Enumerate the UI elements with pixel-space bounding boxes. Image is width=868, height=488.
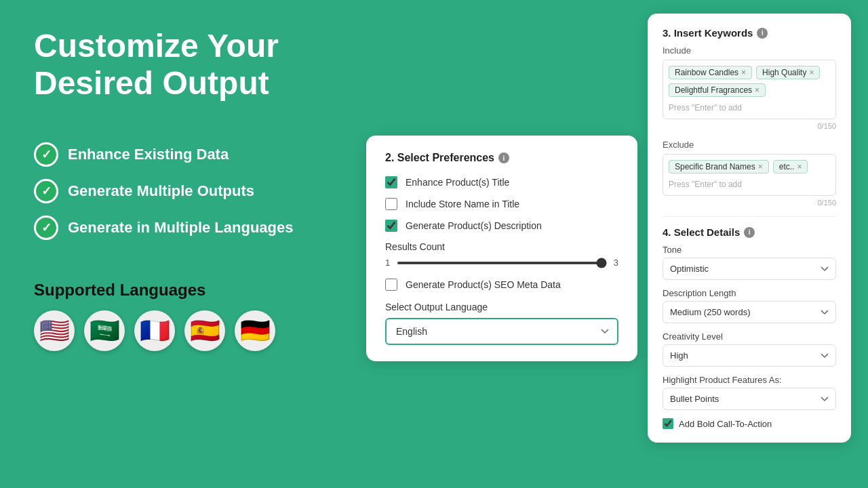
flag-fr: 🇫🇷 xyxy=(134,310,175,351)
generate-desc-checkbox[interactable] xyxy=(385,220,397,232)
main-title: Customize Your Desired Output xyxy=(34,27,332,102)
tone-label: Tone xyxy=(663,245,836,255)
tag-etc: etc.. × xyxy=(773,160,808,174)
flag-es: 🇪🇸 xyxy=(184,310,225,351)
bold-cta-row: Add Bold Call-To-Action xyxy=(663,418,836,429)
tone-select[interactable]: Optimistic Professional Casual Friendly xyxy=(663,258,836,280)
feature-list: Enhance Existing Data Generate Multiple … xyxy=(34,142,332,240)
creativity-row: Creativity Level Low Medium High xyxy=(663,331,836,367)
tag-etc-remove[interactable]: × xyxy=(797,162,802,171)
slider-min: 1 xyxy=(385,258,390,268)
include-label: Include xyxy=(663,45,836,56)
flag-sa: 🇸🇦 xyxy=(84,310,125,351)
flag-us: 🇺🇸 xyxy=(34,310,75,351)
exclude-label: Exclude xyxy=(663,140,836,150)
results-count-section: Results Count 1 3 xyxy=(385,241,618,268)
include-tag-input[interactable]: Rainbow Candles × High Quality × Delight… xyxy=(663,60,836,119)
checkbox-store-name: Include Store Name in Title xyxy=(385,198,618,210)
creativity-label: Creativity Level xyxy=(663,331,836,342)
output-language-label: Select Output Language xyxy=(385,302,618,312)
middle-info-icon: i xyxy=(498,152,509,163)
tag-rainbow-candles: Rainbow Candles × xyxy=(669,66,752,79)
check-icon-2 xyxy=(34,179,58,203)
exclude-tags-row: Specific Brand Names × etc.. × xyxy=(669,160,830,174)
language-select[interactable]: English Arabic French Spanish German xyxy=(385,318,618,345)
tag-high-quality: High Quality × xyxy=(756,66,820,79)
seo-meta-checkbox[interactable] xyxy=(385,279,397,291)
feature-text-2: Generate Multiple Outputs xyxy=(68,182,254,200)
highlight-row: Highlight Product Features As: Bullet Po… xyxy=(663,375,836,410)
keywords-section-title: 3. Insert Keywords i xyxy=(663,27,836,39)
bold-cta-label[interactable]: Add Bold Call-To-Action xyxy=(679,419,772,429)
results-count-slider[interactable] xyxy=(397,262,607,264)
highlight-select[interactable]: Bullet Points Numbered List Paragraph xyxy=(663,388,836,410)
right-panel: 3. Insert Keywords i Include Rainbow Can… xyxy=(648,14,851,443)
slider-row: 1 3 xyxy=(385,258,618,268)
tag-delightful-fragrances: Delightful Fragrances × xyxy=(669,83,766,97)
results-count-label: Results Count xyxy=(385,241,618,252)
tag-specific-brand-names: Specific Brand Names × xyxy=(669,160,769,174)
flag-de: 🇩🇪 xyxy=(235,310,275,351)
flag-row: 🇺🇸 🇸🇦 🇫🇷 🇪🇸 🇩🇪 xyxy=(34,310,332,351)
highlight-label: Highlight Product Features As: xyxy=(663,375,836,385)
middle-panel: 2. Select Preferences i Enhance Product(… xyxy=(366,136,637,361)
details-info-icon: i xyxy=(744,227,755,238)
exclude-char-count: 0/150 xyxy=(663,199,836,207)
feature-text-3: Generate in Multiple Languages xyxy=(68,219,294,237)
store-name-label[interactable]: Include Store Name in Title xyxy=(406,199,519,209)
tag-specific-brand-names-remove[interactable]: × xyxy=(758,162,763,171)
details-section-title: 4. Select Details i xyxy=(663,226,836,238)
generate-desc-label[interactable]: Generate Product(s) Description xyxy=(406,220,542,231)
feature-item-3: Generate in Multiple Languages xyxy=(34,216,332,240)
bold-cta-checkbox[interactable] xyxy=(663,418,673,429)
details-section: 4. Select Details i Tone Optimistic Prof… xyxy=(663,226,836,429)
output-language-section: Select Output Language English Arabic Fr… xyxy=(385,302,618,345)
feature-item-1: Enhance Existing Data xyxy=(34,142,332,167)
checkbox-enhance-title: Enhance Product(s) Title xyxy=(385,176,618,188)
supported-languages: Supported Languages 🇺🇸 🇸🇦 🇫🇷 🇪🇸 🇩🇪 xyxy=(34,281,332,351)
checkbox-generate-desc: Generate Product(s) Description xyxy=(385,220,618,232)
tag-rainbow-candles-remove[interactable]: × xyxy=(741,68,746,77)
keywords-exclude-section: Exclude Specific Brand Names × etc.. × P… xyxy=(663,140,836,207)
tag-delightful-fragrances-remove[interactable]: × xyxy=(755,85,760,95)
include-placeholder: Press "Enter" to add xyxy=(669,103,742,113)
keywords-include-section: Include Rainbow Candles × High Quality ×… xyxy=(663,45,836,130)
desc-length-row: Description Length Short (100 words) Med… xyxy=(663,288,836,323)
check-icon-1 xyxy=(34,142,58,167)
seo-meta-label[interactable]: Generate Product(s) SEO Meta Data xyxy=(406,279,561,290)
store-name-checkbox[interactable] xyxy=(385,198,397,210)
include-char-count: 0/150 xyxy=(663,122,836,130)
tone-row: Tone Optimistic Professional Casual Frie… xyxy=(663,245,836,280)
divider xyxy=(663,216,836,217)
desc-length-label: Description Length xyxy=(663,288,836,298)
supported-languages-title: Supported Languages xyxy=(34,281,332,300)
slider-max: 3 xyxy=(614,258,618,268)
feature-text-1: Enhance Existing Data xyxy=(68,146,229,163)
desc-length-select[interactable]: Short (100 words) Medium (250 words) Lon… xyxy=(663,301,836,323)
enhance-title-label[interactable]: Enhance Product(s) Title xyxy=(406,177,509,188)
middle-panel-title: 2. Select Preferences i xyxy=(385,152,618,164)
keywords-info-icon: i xyxy=(757,28,768,39)
tag-high-quality-remove[interactable]: × xyxy=(809,68,814,77)
left-panel: Customize Your Desired Output Enhance Ex… xyxy=(0,0,366,488)
exclude-placeholder: Press "Enter" to add xyxy=(669,180,742,189)
feature-item-2: Generate Multiple Outputs xyxy=(34,179,332,203)
checkbox-seo-meta: Generate Product(s) SEO Meta Data xyxy=(385,279,618,291)
include-tags-row: Rainbow Candles × High Quality × Delight… xyxy=(669,66,830,97)
check-icon-3 xyxy=(34,216,58,240)
creativity-select[interactable]: Low Medium High xyxy=(663,344,836,367)
exclude-tag-input[interactable]: Specific Brand Names × etc.. × Press "En… xyxy=(663,154,836,196)
enhance-title-checkbox[interactable] xyxy=(385,176,397,188)
